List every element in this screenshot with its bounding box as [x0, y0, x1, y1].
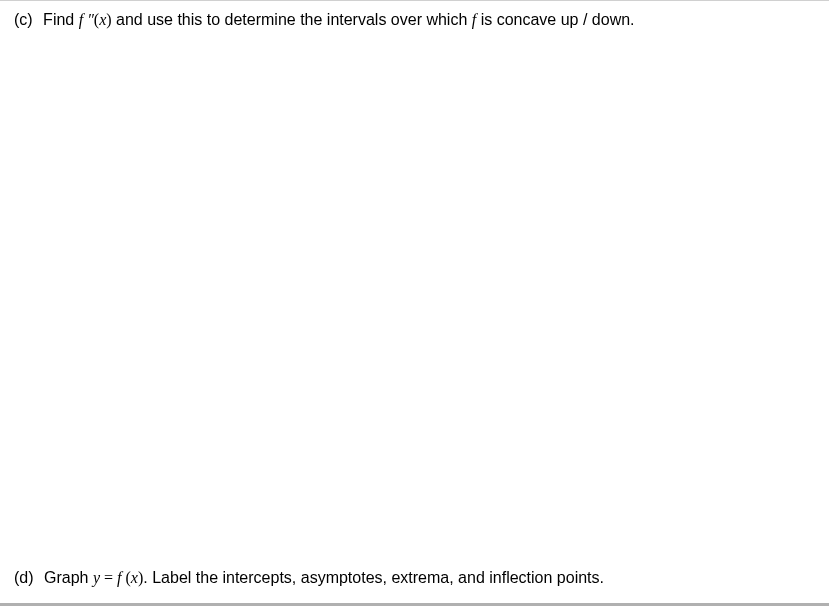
question-c: (c) Find f ″(x) and use this to determin…	[14, 9, 815, 31]
question-d-text: Graph y = f (x). Label the intercepts, a…	[44, 569, 604, 586]
question-c-text: Find f ″(x) and use this to determine th…	[43, 11, 634, 28]
question-d-posttext: . Label the intercepts, asymptotes, extr…	[143, 569, 604, 586]
question-d-math: y = f (x)	[93, 569, 143, 586]
question-d-pretext: Graph	[44, 569, 93, 586]
question-d: (d) Graph y = f (x). Label the intercept…	[14, 567, 815, 589]
question-c-math: f ″(x)	[79, 11, 112, 28]
question-d-label: (d)	[14, 569, 34, 586]
question-c-pretext: Find	[43, 11, 79, 28]
question-c-posttext: is concave up / down.	[476, 11, 634, 28]
question-c-midtext: and use this to determine the intervals …	[112, 11, 472, 28]
question-c-label: (c)	[14, 11, 33, 28]
